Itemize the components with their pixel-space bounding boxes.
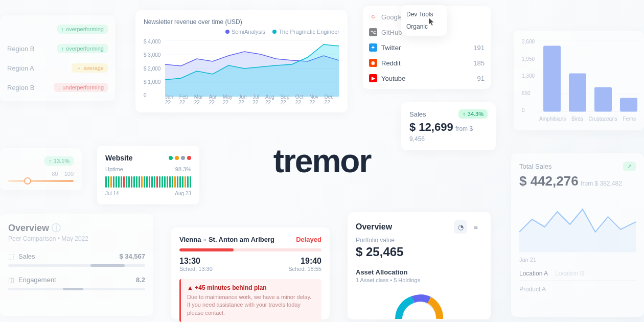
- svg-rect-10: [543, 46, 561, 112]
- status-delayed: Delayed: [296, 236, 321, 243]
- source-item-youtube[interactable]: ▶Youtube91: [363, 71, 491, 86]
- sales-kpi-card: Sales34.3% $ 12,699 from $ 9,456: [401, 102, 496, 150]
- delta-badge: ↗: [623, 162, 636, 171]
- list-view-button[interactable]: ≡: [469, 220, 482, 234]
- arrow-up-icon: [49, 158, 52, 164]
- bar-chart: [539, 39, 641, 113]
- sales-icon: ⬚: [8, 252, 14, 260]
- chart-view-button[interactable]: ◔: [454, 220, 467, 234]
- overview-peer-card: Overview ⓘ Peer Comparison • May 2022 ⬚S…: [0, 214, 153, 316]
- engagement-icon: ◫: [8, 276, 14, 284]
- source-item-reddit[interactable]: ◉Reddit185: [363, 55, 491, 71]
- slider[interactable]: [8, 180, 74, 182]
- arrow-up-icon: [463, 111, 466, 117]
- alert-banner: ▲ +45 minutes behind plan Due to mainten…: [179, 279, 321, 322]
- delta-badge: 13.1%: [44, 156, 74, 166]
- dropdown-option[interactable]: Organic: [401, 20, 447, 33]
- species-bar-card: 2,6001,9501,3006500 AmphibiansBirdsCrust…: [514, 31, 644, 130]
- newsletter-chart-card: Newsletter revenue over time (USD) SemiA…: [135, 10, 348, 112]
- google-icon: G: [369, 13, 377, 21]
- performance-card: overperforming Region Boverperforming Re…: [0, 15, 115, 101]
- reddit-icon: ◉: [369, 59, 377, 67]
- area-chart: [165, 39, 339, 98]
- chart-title: Newsletter revenue over time (USD): [144, 18, 339, 26]
- brand-logo: tremor: [273, 142, 371, 180]
- status-badge: underperforming: [54, 83, 108, 92]
- status-dot-icon: [181, 156, 185, 160]
- uptime-sparkbar: [105, 175, 191, 188]
- dropdown-option[interactable]: Dev Tools: [401, 8, 447, 20]
- status-dot-icon: [175, 156, 179, 160]
- total-sales-card: Total Sales↗ $ 442,276 from $ 382,482 Ja…: [511, 153, 644, 317]
- arrow-down-icon: [58, 84, 61, 90]
- arrow-up-icon: [61, 26, 64, 32]
- twitter-icon: ✦: [369, 43, 377, 52]
- sources-dropdown[interactable]: Dev Tools Organic: [401, 5, 447, 36]
- travel-card: Vienna » St. Anton am ArlbergDelayed 13:…: [171, 227, 330, 319]
- slider-card: 13.1% 80 100: [0, 148, 82, 190]
- line-chart: [519, 196, 636, 252]
- cursor-icon: [428, 17, 435, 27]
- warning-icon: ▲: [187, 284, 193, 291]
- github-icon: ⌥: [369, 28, 377, 36]
- status-badge: overperforming: [57, 25, 108, 34]
- donut-chart: [388, 288, 450, 319]
- delta-badge: 34.3%: [458, 109, 488, 119]
- svg-rect-11: [569, 74, 586, 112]
- arrow-right-icon: [76, 65, 81, 71]
- tab-location-a[interactable]: Location A: [519, 270, 548, 277]
- progress-bar: [179, 248, 321, 251]
- tab-location-b[interactable]: Location B: [555, 270, 584, 277]
- status-dot-icon: [187, 156, 191, 160]
- source-item-twitter[interactable]: ✦Twitter191: [363, 40, 491, 55]
- svg-rect-12: [594, 87, 612, 112]
- status-badge: average: [72, 63, 108, 73]
- status-dot-icon: [169, 156, 173, 160]
- arrow-up-icon: [61, 45, 64, 52]
- status-badge: overperforming: [57, 44, 108, 53]
- portfolio-card: Overview ◔ ≡ Portfolio value $ 25,465 As…: [348, 212, 491, 319]
- youtube-icon: ▶: [369, 74, 377, 82]
- info-icon: ⓘ: [52, 223, 61, 233]
- website-card: Website Uptime98.3% Jul 14Aug 23: [97, 146, 199, 204]
- svg-rect-13: [620, 98, 637, 112]
